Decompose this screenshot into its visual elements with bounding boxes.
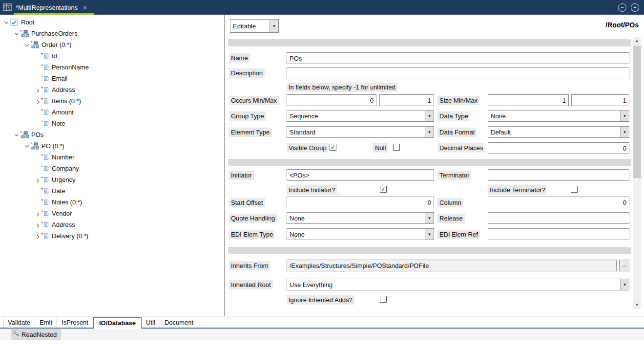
chevron-down-icon[interactable]	[425, 229, 434, 240]
leaf-icon: *	[41, 97, 50, 105]
tree-item[interactable]: *Date	[0, 185, 224, 197]
terminator-input[interactable]	[488, 169, 629, 181]
tree-item[interactable]: *POs	[0, 129, 224, 140]
include-initiator-label: Include Initiator?	[287, 185, 337, 195]
element-type-label: Element Type	[229, 128, 271, 137]
chevron-right-icon[interactable]	[33, 176, 41, 184]
chevron-right-icon[interactable]	[33, 221, 41, 229]
chevron-right-icon[interactable]	[33, 86, 41, 94]
size-min-input[interactable]	[488, 94, 569, 106]
tree-item[interactable]: *Urgency	[0, 174, 224, 185]
description-label: Description	[229, 68, 265, 78]
tree-item[interactable]: *Note	[0, 118, 224, 129]
scrollbar-thumb[interactable]	[633, 46, 641, 178]
element-type-value: Standard	[287, 129, 425, 136]
name-input[interactable]	[287, 52, 629, 64]
tree-item[interactable]: *Email	[0, 73, 224, 84]
chevron-down-icon[interactable]	[2, 18, 10, 26]
start-offset-input[interactable]	[287, 197, 434, 208]
inherited-root-select[interactable]: Use Everything	[287, 279, 629, 290]
tree-item[interactable]: *Address	[0, 84, 224, 95]
tab-ispresent[interactable]: IsPresent	[57, 318, 93, 328]
column-label: Column	[437, 198, 463, 207]
chevron-right-icon[interactable]	[33, 97, 41, 105]
column-input[interactable]	[488, 197, 629, 208]
tree-item[interactable]: *Company	[0, 163, 224, 174]
element-type-select[interactable]: Standard	[287, 126, 434, 138]
data-format-select[interactable]: Default	[488, 126, 629, 138]
edi-elem-ref-input[interactable]	[488, 228, 629, 240]
function-label: ReadNested	[21, 331, 57, 338]
tree-item[interactable]: *PO (0:*)	[0, 140, 224, 152]
occurs-max-input[interactable]	[379, 94, 434, 106]
chevron-down-icon[interactable]	[22, 142, 31, 150]
close-icon[interactable]: ×	[83, 4, 87, 11]
tree-item[interactable]: *PersonName	[0, 62, 224, 73]
chevron-down-icon[interactable]	[620, 127, 629, 137]
tab-util[interactable]: Util	[142, 318, 160, 328]
tab-io-database[interactable]: IO/Database	[93, 317, 142, 329]
chevron-down-icon[interactable]	[620, 110, 629, 121]
chevron-down-icon[interactable]	[425, 127, 434, 137]
tree-item[interactable]: *Items (0:*)	[0, 95, 224, 107]
occurs-label: Occurs Min/Max	[229, 96, 279, 105]
include-terminator-checkbox[interactable]	[571, 186, 578, 193]
occurs-min-input[interactable]	[287, 94, 376, 106]
tree-item[interactable]: *Order (0:*)	[0, 39, 224, 50]
null-checkbox[interactable]	[393, 144, 400, 151]
minimize-button[interactable]: −	[618, 3, 626, 12]
titlebar: *MultiRepresentations × − +	[0, 0, 644, 15]
chevron-down-icon[interactable]	[270, 20, 278, 32]
document-tab[interactable]: *MultiRepresentations ×	[14, 0, 94, 15]
tree-item[interactable]: Root	[0, 17, 224, 28]
description-input[interactable]	[287, 67, 629, 79]
inherits-from-input[interactable]	[287, 260, 617, 271]
scroll-down-icon[interactable]	[633, 301, 641, 309]
group-type-select[interactable]: Sequence	[287, 110, 434, 122]
chevron-down-icon[interactable]	[12, 29, 21, 38]
app-logo-icon	[2, 2, 12, 12]
decimal-places-input[interactable]	[488, 142, 629, 154]
chevron-down-icon[interactable]	[12, 131, 21, 139]
tree-item[interactable]: *Number	[0, 152, 224, 163]
chevron-down-icon[interactable]	[425, 213, 434, 223]
unlimited-note: In fields below, specify -1 for unlimite…	[287, 83, 397, 92]
tree-item[interactable]: *Delivery (0:*)	[0, 230, 224, 242]
chevron-right-icon[interactable]	[33, 209, 41, 218]
chevron-down-icon[interactable]	[425, 110, 434, 121]
release-input[interactable]	[488, 212, 629, 224]
ignore-inherited-adds-checkbox[interactable]	[380, 296, 387, 303]
maximize-button[interactable]: +	[631, 3, 639, 12]
function-item-readnested[interactable]: ReadNested	[11, 329, 61, 340]
leaf-icon: *	[41, 52, 50, 60]
tree-item[interactable]: *Address	[0, 219, 224, 230]
include-initiator-checkbox[interactable]: ✓	[380, 186, 387, 193]
tab-emit[interactable]: Emit	[35, 318, 57, 328]
size-max-input[interactable]	[571, 94, 629, 106]
app-window: *MultiRepresentations × − + Root*Purchas…	[0, 0, 644, 353]
tree-item[interactable]: *PurchaseOrders	[0, 28, 224, 39]
chevron-right-icon[interactable]	[33, 232, 41, 240]
tab-validate[interactable]: Validate	[3, 318, 35, 328]
mode-select-value: Editable	[230, 22, 270, 30]
vertical-scrollbar[interactable]	[633, 37, 641, 309]
edi-elem-type-select[interactable]: None	[287, 228, 434, 240]
group-icon: *	[21, 30, 30, 37]
visible-group-checkbox[interactable]: ✓	[330, 144, 336, 151]
svg-text:*: *	[41, 86, 43, 91]
tab-document[interactable]: Document	[160, 318, 198, 328]
leaf-icon: *	[41, 120, 50, 127]
quote-handling-select[interactable]: None	[287, 212, 434, 224]
browse-button[interactable]: ...	[619, 260, 629, 271]
chevron-down-icon[interactable]	[22, 41, 31, 49]
tree-item[interactable]: *Amount	[0, 107, 224, 118]
mode-select[interactable]: Editable	[230, 19, 279, 33]
data-type-select[interactable]: None	[488, 110, 629, 122]
scroll-up-icon[interactable]	[633, 37, 641, 45]
tree-item-label: Vendor	[52, 210, 72, 217]
initiator-input[interactable]	[287, 169, 434, 181]
tree-item[interactable]: *Notes (0:*)	[0, 197, 224, 208]
tree-item[interactable]: *Id	[0, 50, 224, 62]
tree-item[interactable]: *Vendor	[0, 208, 224, 219]
chevron-down-icon[interactable]	[620, 279, 629, 290]
